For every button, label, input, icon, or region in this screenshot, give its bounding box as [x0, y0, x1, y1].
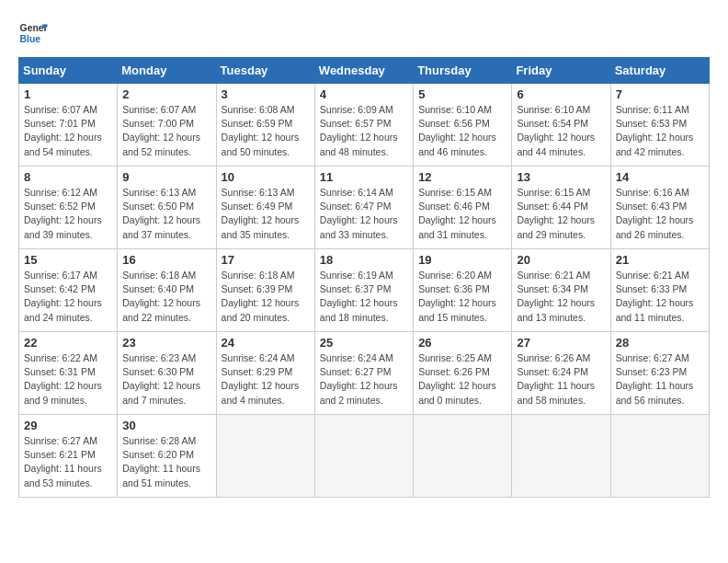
day-number: 26 [418, 336, 506, 350]
calendar-day-cell: 11 Sunrise: 6:14 AMSunset: 6:47 PMDaylig… [314, 167, 413, 249]
calendar-day-cell: 15 Sunrise: 6:17 AMSunset: 6:42 PMDaylig… [19, 249, 118, 332]
calendar-day-cell: 1 Sunrise: 6:07 AMSunset: 7:01 PMDayligh… [19, 84, 118, 167]
day-info: Sunrise: 6:27 AMSunset: 6:23 PMDaylight:… [616, 351, 704, 408]
calendar-day-cell: 10 Sunrise: 6:13 AMSunset: 6:49 PMDaylig… [216, 167, 314, 249]
calendar-day-cell: 24 Sunrise: 6:24 AMSunset: 6:29 PMDaylig… [216, 332, 314, 415]
day-info: Sunrise: 6:27 AMSunset: 6:21 PMDaylight:… [24, 434, 112, 490]
day-number: 10 [222, 170, 310, 184]
header-saturday: Saturday [610, 58, 709, 84]
day-info: Sunrise: 6:15 AMSunset: 6:44 PMDaylight:… [517, 186, 605, 242]
calendar-week-row: 22 Sunrise: 6:22 AMSunset: 6:31 PMDaylig… [19, 332, 710, 415]
day-info: Sunrise: 6:07 AMSunset: 7:01 PMDaylight:… [24, 103, 112, 159]
calendar-table: SundayMondayTuesdayWednesdayThursdayFrid… [18, 57, 710, 498]
header-monday: Monday [118, 58, 216, 84]
calendar-day-cell [414, 415, 512, 498]
day-number: 6 [517, 87, 605, 101]
day-number: 23 [122, 336, 210, 350]
day-number: 15 [24, 253, 112, 267]
calendar-day-cell: 27 Sunrise: 6:26 AMSunset: 6:24 PMDaylig… [512, 332, 610, 415]
svg-text:Blue: Blue [20, 34, 41, 44]
day-number: 1 [24, 87, 112, 101]
calendar-day-cell: 16 Sunrise: 6:18 AMSunset: 6:40 PMDaylig… [118, 249, 216, 332]
calendar-day-cell: 2 Sunrise: 6:07 AMSunset: 7:00 PMDayligh… [118, 84, 216, 167]
day-number: 20 [517, 253, 605, 267]
day-info: Sunrise: 6:08 AMSunset: 6:59 PMDaylight:… [222, 103, 310, 159]
day-number: 5 [418, 87, 506, 101]
calendar-week-row: 15 Sunrise: 6:17 AMSunset: 6:42 PMDaylig… [19, 249, 710, 332]
calendar-day-cell: 26 Sunrise: 6:25 AMSunset: 6:26 PMDaylig… [414, 332, 512, 415]
day-number: 17 [222, 253, 310, 267]
calendar-day-cell: 19 Sunrise: 6:20 AMSunset: 6:36 PMDaylig… [414, 249, 512, 332]
day-info: Sunrise: 6:28 AMSunset: 6:20 PMDaylight:… [122, 434, 210, 490]
day-info: Sunrise: 6:22 AMSunset: 6:31 PMDaylight:… [24, 351, 112, 408]
calendar-day-cell: 6 Sunrise: 6:10 AMSunset: 6:54 PMDayligh… [512, 84, 610, 167]
calendar-day-cell: 8 Sunrise: 6:12 AMSunset: 6:52 PMDayligh… [19, 167, 118, 249]
calendar-day-cell: 5 Sunrise: 6:10 AMSunset: 6:56 PMDayligh… [414, 84, 512, 167]
calendar-day-cell: 17 Sunrise: 6:18 AMSunset: 6:39 PMDaylig… [216, 249, 314, 332]
header-friday: Friday [512, 58, 610, 84]
day-info: Sunrise: 6:16 AMSunset: 6:43 PMDaylight:… [616, 186, 704, 242]
calendar-day-cell: 20 Sunrise: 6:21 AMSunset: 6:34 PMDaylig… [512, 249, 610, 332]
day-number: 8 [24, 170, 112, 184]
calendar-day-cell: 30 Sunrise: 6:28 AMSunset: 6:20 PMDaylig… [118, 415, 216, 498]
calendar-day-cell: 13 Sunrise: 6:15 AMSunset: 6:44 PMDaylig… [512, 167, 610, 249]
header-thursday: Thursday [414, 58, 512, 84]
day-info: Sunrise: 6:09 AMSunset: 6:57 PMDaylight:… [320, 103, 408, 159]
calendar-day-cell: 7 Sunrise: 6:11 AMSunset: 6:53 PMDayligh… [610, 84, 709, 167]
day-info: Sunrise: 6:10 AMSunset: 6:56 PMDaylight:… [418, 103, 506, 159]
calendar-header-row: SundayMondayTuesdayWednesdayThursdayFrid… [19, 58, 710, 84]
day-info: Sunrise: 6:21 AMSunset: 6:33 PMDaylight:… [616, 269, 704, 325]
day-info: Sunrise: 6:17 AMSunset: 6:42 PMDaylight:… [24, 269, 112, 325]
day-info: Sunrise: 6:19 AMSunset: 6:37 PMDaylight:… [320, 269, 408, 325]
day-number: 7 [616, 87, 704, 101]
calendar-day-cell: 3 Sunrise: 6:08 AMSunset: 6:59 PMDayligh… [216, 84, 314, 167]
calendar-day-cell: 25 Sunrise: 6:24 AMSunset: 6:27 PMDaylig… [314, 332, 413, 415]
day-number: 19 [418, 253, 506, 267]
day-number: 16 [122, 253, 210, 267]
day-number: 14 [616, 170, 704, 184]
calendar-day-cell: 18 Sunrise: 6:19 AMSunset: 6:37 PMDaylig… [314, 249, 413, 332]
day-info: Sunrise: 6:14 AMSunset: 6:47 PMDaylight:… [320, 186, 408, 242]
day-number: 22 [24, 336, 112, 350]
day-number: 27 [517, 336, 605, 350]
calendar-day-cell [216, 415, 314, 498]
calendar-day-cell [314, 415, 413, 498]
calendar-day-cell [512, 415, 610, 498]
day-info: Sunrise: 6:15 AMSunset: 6:46 PMDaylight:… [418, 186, 506, 242]
calendar-day-cell: 12 Sunrise: 6:15 AMSunset: 6:46 PMDaylig… [414, 167, 512, 249]
day-info: Sunrise: 6:13 AMSunset: 6:49 PMDaylight:… [222, 186, 310, 242]
day-info: Sunrise: 6:13 AMSunset: 6:50 PMDaylight:… [122, 186, 210, 242]
calendar-day-cell: 4 Sunrise: 6:09 AMSunset: 6:57 PMDayligh… [314, 84, 413, 167]
day-info: Sunrise: 6:21 AMSunset: 6:34 PMDaylight:… [517, 269, 605, 325]
calendar-day-cell: 23 Sunrise: 6:23 AMSunset: 6:30 PMDaylig… [118, 332, 216, 415]
day-info: Sunrise: 6:18 AMSunset: 6:39 PMDaylight:… [222, 269, 310, 325]
day-info: Sunrise: 6:24 AMSunset: 6:27 PMDaylight:… [320, 351, 408, 408]
day-number: 4 [320, 87, 408, 101]
calendar-week-row: 8 Sunrise: 6:12 AMSunset: 6:52 PMDayligh… [19, 167, 710, 249]
calendar-day-cell [610, 415, 709, 498]
day-number: 29 [24, 419, 112, 432]
day-number: 21 [616, 253, 704, 267]
day-info: Sunrise: 6:20 AMSunset: 6:36 PMDaylight:… [418, 269, 506, 325]
day-number: 13 [517, 170, 605, 184]
calendar-day-cell: 29 Sunrise: 6:27 AMSunset: 6:21 PMDaylig… [19, 415, 118, 498]
day-number: 3 [222, 87, 310, 101]
calendar-week-row: 1 Sunrise: 6:07 AMSunset: 7:01 PMDayligh… [19, 84, 710, 167]
header-sunday: Sunday [19, 58, 118, 84]
logo: General Blue [18, 18, 48, 48]
logo-icon: General Blue [18, 18, 48, 48]
day-info: Sunrise: 6:23 AMSunset: 6:30 PMDaylight:… [122, 351, 210, 408]
day-info: Sunrise: 6:26 AMSunset: 6:24 PMDaylight:… [517, 351, 605, 408]
header-tuesday: Tuesday [216, 58, 314, 84]
page-header: General Blue [18, 18, 710, 48]
day-info: Sunrise: 6:11 AMSunset: 6:53 PMDaylight:… [616, 103, 704, 159]
day-number: 25 [320, 336, 408, 350]
calendar-day-cell: 22 Sunrise: 6:22 AMSunset: 6:31 PMDaylig… [19, 332, 118, 415]
calendar-day-cell: 21 Sunrise: 6:21 AMSunset: 6:33 PMDaylig… [610, 249, 709, 332]
day-info: Sunrise: 6:24 AMSunset: 6:29 PMDaylight:… [222, 351, 310, 408]
day-number: 2 [122, 87, 210, 101]
calendar-day-cell: 9 Sunrise: 6:13 AMSunset: 6:50 PMDayligh… [118, 167, 216, 249]
day-info: Sunrise: 6:25 AMSunset: 6:26 PMDaylight:… [418, 351, 506, 408]
day-number: 30 [122, 419, 210, 432]
calendar-day-cell: 28 Sunrise: 6:27 AMSunset: 6:23 PMDaylig… [610, 332, 709, 415]
